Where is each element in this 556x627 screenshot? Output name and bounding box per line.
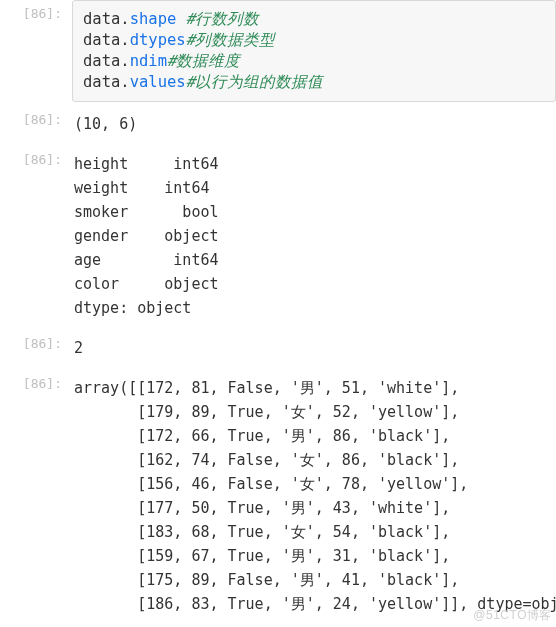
- input-prompt: [86]:: [0, 0, 72, 102]
- code-comment: #列数据类型: [186, 31, 275, 49]
- code-dot: .: [120, 10, 129, 28]
- code-dot: .: [120, 52, 129, 70]
- output-cell-values: [86]: array([[172, 81, False, '男', 51, '…: [0, 370, 556, 622]
- code-attr-ndim: ndim: [130, 52, 167, 70]
- code-line-1: data.shape #行数列数: [83, 9, 545, 30]
- output-cell-ndim: [86]: 2: [0, 330, 556, 366]
- code-attr-dtypes: dtypes: [130, 31, 186, 49]
- code-object: data: [83, 73, 120, 91]
- output-prompt: [86]:: [0, 330, 72, 366]
- code-line-2: data.dtypes#列数据类型: [83, 30, 545, 51]
- input-cell: [86]: data.shape #行数列数 data.dtypes#列数据类型…: [0, 0, 556, 102]
- output-text-ndim: 2: [72, 330, 556, 366]
- code-dot: .: [120, 31, 129, 49]
- code-object: data: [83, 10, 120, 28]
- code-space: [176, 10, 185, 28]
- code-comment: #以行为组的数据值: [186, 73, 323, 91]
- code-comment: #数据维度: [167, 52, 240, 70]
- output-cell-shape: [86]: (10, 6): [0, 106, 556, 142]
- output-prompt: [86]:: [0, 146, 72, 326]
- code-dot: .: [120, 73, 129, 91]
- watermark: @51CTO博客: [473, 607, 552, 624]
- output-prompt: [86]:: [0, 106, 72, 142]
- output-text-dtypes: height int64 weight int64 smoker bool ge…: [72, 146, 556, 326]
- code-comment: #行数列数: [186, 10, 259, 28]
- output-cell-dtypes: [86]: height int64 weight int64 smoker b…: [0, 146, 556, 326]
- code-line-4: data.values#以行为组的数据值: [83, 72, 545, 93]
- code-object: data: [83, 31, 120, 49]
- output-text-values: array([[172, 81, False, '男', 51, 'white'…: [72, 370, 556, 622]
- output-text-shape: (10, 6): [72, 106, 556, 142]
- code-attr-values: values: [130, 73, 186, 91]
- code-object: data: [83, 52, 120, 70]
- output-prompt: [86]:: [0, 370, 72, 622]
- code-attr-shape: shape: [130, 10, 177, 28]
- code-line-3: data.ndim#数据维度: [83, 51, 545, 72]
- code-input-area[interactable]: data.shape #行数列数 data.dtypes#列数据类型 data.…: [72, 0, 556, 102]
